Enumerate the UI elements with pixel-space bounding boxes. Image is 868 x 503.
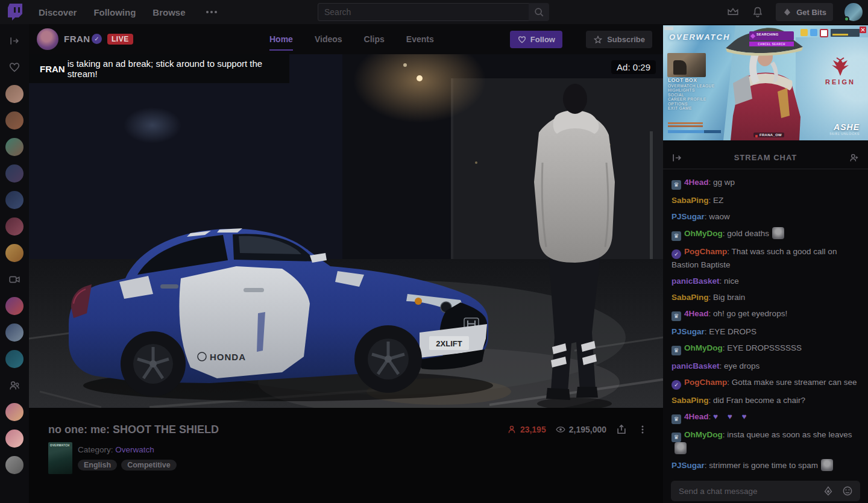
chat-users-icon[interactable] xyxy=(848,152,860,164)
sidebar-channel-avatar[interactable] xyxy=(5,111,24,130)
verified-badge-icon: ✓ xyxy=(92,34,102,44)
chat-username[interactable]: PogChamp xyxy=(684,378,732,387)
subscribe-button[interactable]: Subscribe xyxy=(586,31,652,48)
follow-button[interactable]: Follow xyxy=(510,31,562,48)
sidebar-channel-avatar[interactable] xyxy=(5,403,24,421)
chat-username[interactable]: panicBasket xyxy=(671,361,724,370)
chat-username[interactable]: OhMyDog xyxy=(684,430,727,439)
tab-home[interactable]: Home xyxy=(269,24,293,54)
video-camera-icon[interactable] xyxy=(5,270,24,289)
prime-crown-icon[interactable] xyxy=(726,5,740,19)
car-brand-text: HONDA xyxy=(210,352,246,362)
nav-browse[interactable]: Browse xyxy=(153,7,185,17)
chat-text: oh! go get eyedrops! xyxy=(713,309,787,318)
chat-username[interactable]: 4Head xyxy=(684,412,713,421)
sidebar-channel-avatar[interactable] xyxy=(5,191,24,209)
chat-username[interactable]: 4Head xyxy=(684,178,713,187)
reign-team-icon xyxy=(820,29,828,37)
chat-text: EZ xyxy=(713,196,723,205)
get-bits-button[interactable]: Get Bits xyxy=(776,3,833,21)
crown-badge-icon: ♛ xyxy=(671,180,681,190)
sidebar-channel-avatar[interactable] xyxy=(5,85,24,103)
chat-message: ♛OhMyDoginsta queue as soon as she leave… xyxy=(671,426,860,457)
chat-username[interactable]: SabaPing xyxy=(671,396,713,405)
purple-hearts-emotes: ♥ ♥ ♥ xyxy=(713,412,750,421)
chat-username[interactable]: OhMyDog xyxy=(684,229,727,238)
crown-badge-icon: ♛ xyxy=(671,433,681,442)
sidebar-channel-avatar[interactable] xyxy=(5,456,24,474)
nav-discover[interactable]: Discover xyxy=(39,7,77,17)
chat-username[interactable]: PogChamp xyxy=(684,247,732,256)
sidebar-channel-avatar[interactable] xyxy=(5,430,24,448)
more-icon[interactable] xyxy=(206,11,217,13)
chat-text: Big brain xyxy=(713,293,745,302)
sidebar-channel-avatar[interactable] xyxy=(5,323,24,342)
chat-username[interactable]: SabaPing xyxy=(671,293,713,302)
collapse-chat-icon[interactable] xyxy=(671,152,683,164)
chat-text: nice xyxy=(724,276,739,286)
chat-username[interactable]: 4Head xyxy=(684,309,713,318)
chat-username[interactable]: panicBasket xyxy=(671,276,724,286)
search-button[interactable] xyxy=(529,3,549,21)
chat-message-input[interactable] xyxy=(678,486,815,496)
boxart-label: OVERWATCH xyxy=(50,444,69,447)
chat-message: ✓PogChampGotta make sure streamer can se… xyxy=(671,374,860,392)
chat-message: panicBasketnice xyxy=(671,273,860,289)
hud-icon-row xyxy=(800,29,860,37)
user-avatar[interactable] xyxy=(844,3,863,21)
channel-avatar[interactable] xyxy=(37,28,58,50)
sidebar-channel-avatar[interactable] xyxy=(5,350,24,368)
chat-username[interactable]: PJSugar xyxy=(671,327,709,336)
category-link[interactable]: Overwatch xyxy=(115,445,154,454)
chat-text: strimmer is gone time to spam xyxy=(709,461,818,470)
sidebar-channel-avatar[interactable] xyxy=(5,164,24,183)
statue-emote-icon[interactable] xyxy=(675,442,687,454)
chat-message: PJSugarEYE DROPS xyxy=(671,323,860,340)
channel-tabs: Home Videos Clips Events xyxy=(269,24,434,54)
share-icon[interactable] xyxy=(615,423,627,436)
tab-events[interactable]: Events xyxy=(406,24,434,54)
category-boxart[interactable]: OVERWATCH xyxy=(48,442,72,474)
sidebar-channel-avatar[interactable] xyxy=(5,244,24,262)
chat-username[interactable]: OhMyDog xyxy=(684,343,727,352)
stream-preview-thumbnail[interactable]: OVERWATCH LOOT BOX OVERWATCH LEAGUE HIGH… xyxy=(663,25,868,140)
statue-emote-icon[interactable] xyxy=(772,227,784,239)
webcam-overlay xyxy=(667,53,706,77)
collapse-sidebar-icon[interactable] xyxy=(5,32,24,50)
chat-message-list[interactable]: ♛4Headgg wp SabaPingEZ PJSugarwaow ♛OhMy… xyxy=(663,169,868,476)
tag-competitive[interactable]: Competitive xyxy=(121,460,177,470)
live-badge: LIVE xyxy=(107,34,133,45)
video-player[interactable]: HONDA 2XLIFT xyxy=(29,54,663,408)
sidebar-channel-avatar[interactable] xyxy=(5,217,24,236)
search-icon xyxy=(533,7,544,17)
top-nav: Discover Following Browse Get Bits xyxy=(0,0,868,24)
reign-team-logo: REIGN xyxy=(823,57,857,86)
nav-following[interactable]: Following xyxy=(93,7,136,17)
overwatch-logo-text: OVERWATCH xyxy=(669,33,730,42)
stream-info-section: no one: me: SHOOT THE SHIELD 23,195 2,19… xyxy=(29,408,663,503)
chat-text: waow xyxy=(709,212,730,221)
cancel-search-button: CANCEL SEARCH xyxy=(749,42,794,46)
tag-row: English Competitive xyxy=(78,460,177,470)
twitch-logo-icon[interactable] xyxy=(7,3,24,21)
chat-username[interactable]: SabaPing xyxy=(671,196,713,205)
search-input[interactable] xyxy=(318,3,529,21)
star-icon xyxy=(593,35,603,45)
kebab-menu-icon[interactable] xyxy=(637,423,649,436)
close-icon[interactable] xyxy=(860,27,866,33)
followed-channels-heart-icon[interactable] xyxy=(5,58,24,77)
channel-name[interactable]: FRAN xyxy=(64,34,90,44)
statue-emote-icon[interactable] xyxy=(821,459,833,471)
friends-people-icon[interactable] xyxy=(5,376,24,395)
tab-videos[interactable]: Videos xyxy=(315,24,342,54)
chat-username[interactable]: PJSugar xyxy=(671,461,709,470)
chat-username[interactable]: PJSugar xyxy=(671,212,709,221)
search-bar xyxy=(318,3,549,21)
sidebar-channel-avatar[interactable] xyxy=(5,138,24,156)
tab-clips[interactable]: Clips xyxy=(364,24,385,54)
notifications-bell-icon[interactable] xyxy=(751,5,764,19)
bits-icon[interactable] xyxy=(822,485,834,497)
tag-english[interactable]: English xyxy=(78,460,117,470)
sidebar-channel-avatar[interactable] xyxy=(5,297,24,315)
emote-smiley-icon[interactable] xyxy=(841,485,854,497)
